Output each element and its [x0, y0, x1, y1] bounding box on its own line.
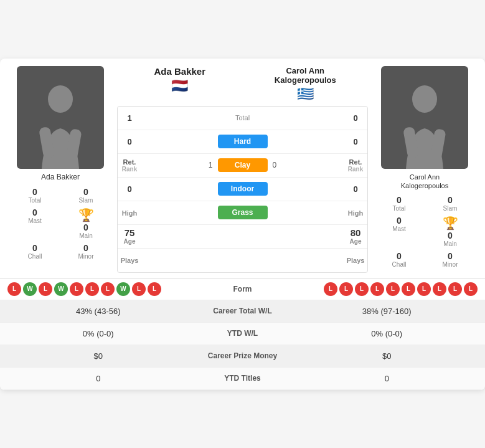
right-rank-cell: Ret. Rank [344, 156, 367, 175]
svg-point-0 [48, 85, 73, 113]
total-row: 1 Total 0 [118, 107, 367, 130]
form-badge-w: W [116, 282, 130, 296]
form-badge-l: L [448, 282, 462, 296]
form-badge-l: L [132, 282, 146, 296]
top-row: Ada Bakker 0 Total 0 Slam 0 Mast 🏆 0 [0, 59, 485, 273]
clay-button[interactable]: Clay [218, 158, 268, 172]
right-stat-main: 0 Main [443, 231, 457, 247]
form-badge-l: L [324, 282, 337, 296]
form-badge-l: L [433, 282, 446, 296]
bottom-section: LWLWLLLWLL Form LLLLLLLLLL 43% (43-56) C… [0, 278, 485, 390]
left-stat-slam: 0 Slam [62, 187, 110, 204]
left-rank-cell: Ret. Rank [118, 156, 141, 175]
right-player-avatar [381, 66, 468, 169]
right-player-stats: 0 Total 0 Slam 0 Mast 🏆 0 Main [375, 195, 474, 268]
form-badge-w: W [23, 282, 37, 296]
right-high: High [344, 206, 367, 220]
name-total-row: Ada Bakker 🇳🇱 Carol AnnKalogeropoulos 🇬🇷 [117, 66, 368, 102]
plays-row: Plays Plays [118, 249, 367, 272]
left-player-avatar [17, 66, 104, 169]
form-badge-l: L [85, 282, 99, 296]
left-stat-main: 0 Main [79, 222, 93, 239]
right-trophy-icon: 🏆 [443, 216, 458, 231]
left-player-stats: 0 Total 0 Slam 0 Mast 🏆 0 Main [11, 187, 110, 260]
form-badge-w: W [54, 282, 68, 296]
right-player-card: Carol AnnKalogeropoulos 0 Total 0 Slam 0… [372, 66, 478, 273]
right-stat-total: 0 Total [375, 195, 423, 212]
form-badge-l: L [70, 282, 83, 296]
form-badge-l: L [417, 282, 431, 296]
form-badge-l: L [386, 282, 400, 296]
left-name-header: Ada Bakker 🇳🇱 [117, 66, 243, 94]
right-silhouette-icon [397, 82, 453, 169]
form-badge-l: L [464, 282, 478, 296]
left-stat-total: 0 Total [11, 187, 59, 204]
right-stat-minor: 0 Minor [426, 251, 474, 268]
form-badge-l: L [101, 282, 115, 296]
left-stat-chall: 0 Chall [11, 243, 59, 260]
form-badge-l: L [339, 282, 353, 296]
ytd-titles-row: 0 YTD Titles 0 [0, 368, 485, 390]
left-silhouette-icon [32, 82, 88, 169]
left-high: High [118, 206, 141, 220]
right-stat-chall: 0 Chall [375, 251, 423, 268]
indoor-button[interactable]: Indoor [218, 182, 268, 196]
stats-table: 1 Total 0 0 Hard 0 Ret. [117, 106, 368, 273]
hard-button[interactable]: Hard [218, 135, 268, 148]
form-badge-l: L [402, 282, 415, 296]
prize-row: $0 Career Prize Money $0 [0, 345, 485, 368]
right-form-badges: LLLLLLLLLL [286, 282, 478, 296]
left-stat-mast: 0 Mast [11, 207, 59, 239]
right-stat-slam: 0 Slam [426, 195, 474, 212]
rank-clay-row: Ret. Rank 1 Clay 0 Ret. Rank [118, 154, 367, 178]
high-row: High Grass High [118, 201, 367, 225]
center-panel: Ada Bakker 🇳🇱 Carol AnnKalogeropoulos 🇬🇷… [117, 66, 368, 273]
form-badge-l: L [355, 282, 369, 296]
form-badge-l: L [7, 282, 21, 296]
form-row: LWLWLLLWLL Form LLLLLLLLLL [0, 279, 485, 300]
left-player-card: Ada Bakker 0 Total 0 Slam 0 Mast 🏆 0 [7, 66, 113, 273]
form-label: Form [199, 285, 286, 293]
surface-indoor-row: 0 Indoor 0 [118, 178, 367, 201]
right-stat-mast: 0 Mast [375, 216, 423, 247]
form-badge-l: L [39, 282, 52, 296]
grass-button[interactable]: Grass [218, 206, 268, 219]
age-row: 75 Age 80 Age [118, 225, 367, 249]
left-form-badges: LWLWLLLWLL [7, 282, 199, 296]
total-label: Total [141, 111, 344, 125]
surface-hard-row: 0 Hard 0 [118, 130, 367, 154]
left-trophy-icon-row: 🏆 0 Main [62, 207, 110, 239]
right-player-name: Carol AnnKalogeropoulos [401, 173, 448, 191]
form-badge-l: L [370, 282, 384, 296]
main-container: Ada Bakker 0 Total 0 Slam 0 Mast 🏆 0 [0, 59, 485, 390]
left-stat-minor: 0 Minor [62, 243, 110, 260]
ytd-wl-row: 0% (0-0) YTD W/L 0% (0-0) [0, 323, 485, 345]
left-player-name: Ada Bakker [41, 173, 80, 183]
right-trophy-icon-row: 🏆 0 Main [426, 216, 474, 247]
left-trophy-icon: 🏆 [78, 207, 94, 222]
form-badge-l: L [148, 282, 161, 296]
svg-point-3 [412, 85, 437, 113]
right-name-header: Carol AnnKalogeropoulos 🇬🇷 [243, 66, 369, 102]
career-wl-row: 43% (43-56) Career Total W/L 38% (97-160… [0, 300, 485, 323]
